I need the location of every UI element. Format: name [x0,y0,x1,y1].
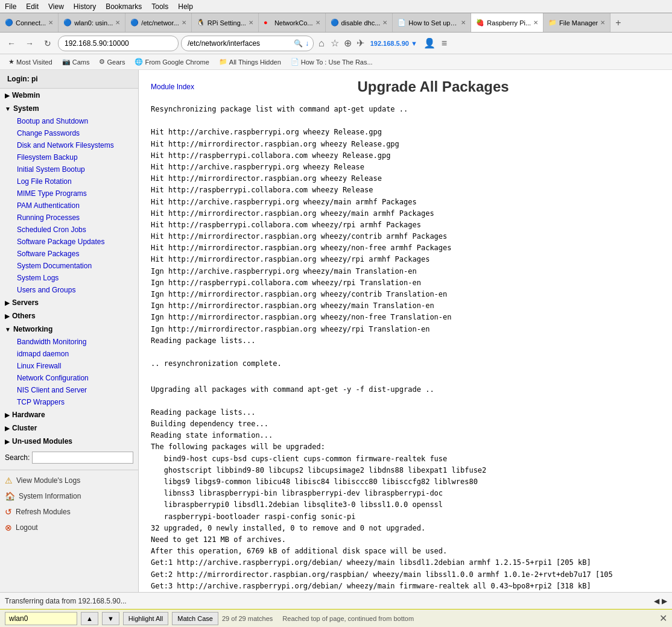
search-input[interactable] [32,452,133,464]
browser-menu-button[interactable]: ≡ [439,38,449,49]
reload-button[interactable]: ↻ [40,36,55,51]
menu-history[interactable]: History [69,1,101,12]
sidebar-item-users-groups[interactable]: Users and Groups [5,284,138,296]
home-button[interactable]: ⌂ [316,38,327,49]
sidebar-item-tcp-wrappers[interactable]: TCP Wrappers [5,396,138,408]
search-go-icon[interactable]: 🔍 [294,39,303,48]
tab1-close[interactable]: ✕ [48,19,53,26]
back-button[interactable]: ← [4,36,19,51]
sidebar-item-initial-bootup[interactable]: Initial System Bootup [5,163,138,175]
menu-file[interactable]: File [0,1,21,12]
tab9-close[interactable]: ✕ [600,19,605,26]
sidebar-item-log-rotation[interactable]: Log File Rotation [5,175,138,187]
tab-connect[interactable]: 🔵 Connect... ✕ [0,13,59,32]
content-line-25 [151,395,660,407]
scroll-right-btn[interactable]: ▶ [662,597,667,605]
sidebar-item-sys-logs[interactable]: System Logs [5,272,138,284]
sidebar-item-change-passwords[interactable]: Change Passwords [5,127,138,139]
sidebar-section-cluster[interactable]: ▶ Cluster [0,421,138,435]
sidebar-item-nis[interactable]: NIS Client and Server [5,384,138,396]
sidebar-item-disk-network[interactable]: Disk and Network Filesystems [5,139,138,151]
sidebar-item-linux-firewall[interactable]: Linux Firewall [5,360,138,372]
sidebar-item-sys-docs[interactable]: System Documentation [5,260,138,272]
tab6-close[interactable]: ✕ [382,19,387,26]
warning-icon: ⚠ [5,476,13,485]
share-button[interactable]: ✈ [355,37,366,49]
history-button[interactable]: ⊕ [343,37,353,49]
tab4-close[interactable]: ✕ [249,19,253,26]
tab6-label: disable dhc... [341,19,381,27]
bm-howto[interactable]: 📄 How To : Use The Ras... [287,57,376,67]
tab1-favicon: 🔵 [5,19,13,27]
tab2-close[interactable]: ✕ [115,19,120,26]
bm-all-things[interactable]: 📁 All Things Hidden [215,57,285,67]
sidebar-item-running-processes[interactable]: Running Processes [5,212,138,224]
sidebar-section-webmin[interactable]: ▶ Webmin [0,89,138,102]
menu-help[interactable]: Help [173,1,198,12]
find-input[interactable] [5,612,77,625]
tab-howto[interactable]: 📄 How to Set up a... ✕ [393,13,471,32]
tab7-favicon: 📄 [398,19,406,27]
content-line-10: Hit http://raspberrypi.collabora.com whe… [151,219,660,231]
system-children: Bootup and Shutdown Change Passwords Dis… [0,115,138,296]
tab5-close[interactable]: ✕ [315,19,320,26]
tab-disable-dhc[interactable]: 🔵 disable dhc... ✕ [326,13,393,32]
bm-howto-icon: 📄 [291,58,299,66]
match-case-button[interactable]: Match Case [172,612,218,625]
tab-raspberry[interactable]: 🍓 Raspberry Pi... ✕ [471,13,544,32]
scroll-left-btn[interactable]: ◀ [654,597,659,605]
menu-view[interactable]: View [43,1,69,12]
sidebar-item-mime[interactable]: MIME Type Programs [5,187,138,200]
sidebar-section-others[interactable]: ▶ Others [0,309,138,323]
ip-address-display[interactable]: 192.168.5.90 ▼ [370,40,417,47]
find-prev-button[interactable]: ▲ [81,612,98,625]
tab-networkco[interactable]: ● NetworkCo... ✕ [259,13,326,32]
sidebar-section-unused[interactable]: ▶ Un-used Modules [0,435,138,448]
find-next-button[interactable]: ▼ [102,612,119,625]
find-close-button[interactable]: ✕ [659,613,667,624]
highlight-all-button[interactable]: Highlight All [123,612,168,625]
sidebar-section-servers[interactable]: ▶ Servers [0,296,138,309]
sidebar-login: Login: pi [0,70,138,89]
logout-link[interactable]: ⊗ Logout [0,520,138,535]
menu-bookmarks[interactable]: Bookmarks [101,1,147,12]
bm-gears-icon: ⚙ [99,58,105,66]
tab-etc-network[interactable]: 🔵 /etc/networ... ✕ [125,13,191,32]
unused-label: Un-used Modules [12,437,72,446]
bm-most-visited[interactable]: ★ Most Visited [5,57,56,67]
new-tab-button[interactable]: + [610,15,626,31]
sidebar-item-software-packages[interactable]: Software Packages [5,248,138,260]
sidebar-item-idmapd[interactable]: idmapd daemon [5,348,138,360]
system-info-link[interactable]: 🏠 System Information [0,488,138,504]
sidebar-section-networking[interactable]: ▼ Networking [0,323,138,336]
sidebar-section-hardware[interactable]: ▶ Hardware [0,408,138,421]
sidebar-item-cron[interactable]: Scheduled Cron Jobs [5,224,138,236]
tab-wlan[interactable]: 🔵 wlan0: usin... ✕ [59,13,125,32]
tab-rpi-setting[interactable]: 🐧 RPi Setting... ✕ [192,13,259,32]
sidebar-item-bootup[interactable]: Bootup and Shutdown [5,115,138,127]
view-logs-link[interactable]: ⚠ View Module's Logs [0,473,138,488]
menu-tools[interactable]: Tools [147,1,173,12]
sidebar-section-system[interactable]: ▼ System [0,102,138,115]
tab8-close[interactable]: ✕ [533,19,538,26]
bm-cams[interactable]: 📷 Cams [59,57,94,67]
sidebar-item-filesystem-backup[interactable]: Filesystem Backup [5,151,138,163]
bm-google-chrome[interactable]: 🌐 From Google Chrome [131,57,212,67]
forward-button[interactable]: → [22,36,37,51]
tab7-close[interactable]: ✕ [461,19,466,26]
refresh-modules-link[interactable]: ↺ Refresh Modules [0,504,138,520]
user-icon[interactable]: 👤 [422,37,437,49]
sidebar-item-software-updates[interactable]: Software Package Updates [5,236,138,248]
left-url-input[interactable] [58,36,179,51]
module-index-link[interactable]: Module Index [151,81,194,92]
sidebar-item-pam[interactable]: PAM Authentication [5,200,138,212]
tab3-close[interactable]: ✕ [182,19,186,26]
bm-chrome-label: From Google Chrome [145,58,209,66]
download-icon[interactable]: ↓ [305,39,309,48]
sidebar-item-bandwidth[interactable]: Bandwidth Monitoring [5,336,138,348]
tab-file-manager[interactable]: 📁 File Manager ✕ [544,13,610,32]
bm-gears[interactable]: ⚙ Gears [95,57,128,67]
menu-edit[interactable]: Edit [21,1,43,12]
sidebar-item-network-config[interactable]: Network Configuration [5,372,138,384]
star-button[interactable]: ☆ [329,37,340,49]
